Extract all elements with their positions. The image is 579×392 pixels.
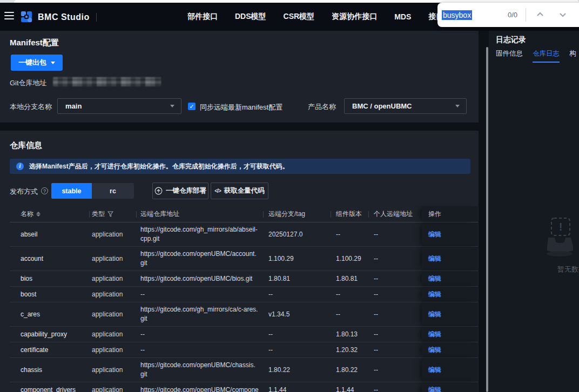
table-cell: https://gitcode.com/openUBMC/bios.git (136, 271, 263, 286)
repo-info-title: 仓库信息 (10, 140, 42, 151)
app-window: BMC Studio 部件接口DDS模型CSR模型资源协作接口MDS接口 bus… (0, 0, 579, 392)
table-cell: 20250127.0 (263, 222, 331, 246)
table-cell: 1.80.81 (263, 271, 331, 286)
branch-select[interactable]: main (57, 98, 181, 114)
table-cell: -- (368, 222, 422, 246)
vertical-scrollbar[interactable] (486, 47, 488, 392)
table-cell: bios (10, 271, 89, 286)
nav-item-3[interactable]: 资源协作接口 (332, 12, 377, 22)
find-next-icon[interactable] (558, 10, 567, 19)
column-header-version: 组件版本 (331, 206, 368, 222)
table-cell: application (89, 247, 136, 271)
table-cell: application (89, 358, 136, 382)
tab-firmware-info[interactable]: 固件信息 (496, 49, 523, 63)
table-header-row: 名称 类型 远端仓库地址 远端分支/tag 组件版本 个人远端地址 操作 (10, 206, 478, 222)
table-cell-actions: 编辑 (422, 358, 478, 382)
deploy-button-label: 一键仓库部署 (166, 186, 206, 195)
release-option-rc[interactable]: rc (92, 183, 134, 199)
hamburger-menu-icon[interactable] (4, 12, 15, 21)
sort-icon[interactable] (36, 212, 41, 217)
nav-item-4[interactable]: MDS (394, 12, 411, 21)
table-cell: -- (136, 342, 263, 357)
repo-info-card: 仓库信息 i 选择Manifest产品后，才可进行仓库初始化操作。仓库完成初始化… (0, 131, 479, 392)
edit-link[interactable]: 编辑 (428, 290, 441, 299)
table-cell-actions: 编辑 (422, 327, 478, 342)
table-cell: 1.80.22 (331, 358, 368, 382)
table-cell: https://gitcode.com/gh_mirrors/ca/c-ares… (136, 302, 263, 326)
table-cell: capability_proxy (10, 327, 89, 342)
table-cell: -- (368, 342, 422, 357)
table-cell: https://gitcode.com/gh_mirrors/ab/abseil… (136, 222, 263, 246)
edit-link[interactable]: 编辑 (428, 366, 441, 375)
table-cell: 1.100.29 (331, 247, 368, 271)
one-click-deploy-button[interactable]: 一键仓库部署 (152, 183, 208, 199)
edit-link[interactable]: 编辑 (428, 346, 441, 355)
table-cell: https://gitcode.com/openUBMC/chassis.git (136, 358, 263, 382)
find-match-count: 0/0 (508, 11, 517, 19)
repo-table: 名称 类型 远端仓库地址 远端分支/tag 组件版本 个人远端地址 操作 abs… (10, 206, 478, 392)
table-cell: 1.80.81 (331, 271, 368, 286)
table-cell: 1.100.29 (263, 247, 331, 271)
branch-select-value: main (65, 102, 82, 110)
log-tabs: 固件信息 仓库日志 构 (496, 49, 576, 63)
release-option-stable[interactable]: stable (51, 183, 92, 199)
edit-link[interactable]: 编辑 (428, 254, 441, 263)
no-data-icon: ! (543, 217, 576, 260)
edit-link[interactable]: 编辑 (428, 274, 441, 283)
find-query-input[interactable]: busybox (442, 10, 472, 20)
edit-link[interactable]: 编辑 (428, 310, 441, 319)
edit-link[interactable]: 编辑 (428, 230, 441, 239)
column-header-name[interactable]: 名称 (10, 206, 89, 222)
table-cell: boost (10, 287, 89, 302)
table-cell: -- (331, 302, 368, 326)
product-select[interactable]: BMC / openUBMC (344, 98, 467, 114)
product-name-label: 产品名称 (308, 102, 336, 112)
table-cell: application (89, 382, 136, 392)
table-row: boostapplication--------编辑 (10, 287, 478, 302)
table-cell: chassis (10, 358, 89, 382)
table-cell-actions: 编辑 (422, 271, 478, 286)
find-previous-icon[interactable] (536, 10, 544, 19)
sync-manifest-checkbox[interactable]: ✓ (188, 103, 196, 110)
sync-manifest-label: 同步远端最新manifest配置 (200, 103, 282, 112)
info-banner-text: 选择Manifest产品后，才可进行仓库初始化操作。仓库完成初始化操作后，才可获… (29, 162, 289, 171)
table-row: biosapplicationhttps://gitcode.com/openU… (10, 271, 478, 287)
table-cell: c_ares (10, 302, 89, 326)
table-row: c_aresapplicationhttps://gitcode.com/gh_… (10, 302, 478, 327)
table-cell: -- (368, 302, 422, 326)
table-cell: account (10, 247, 89, 271)
tab-build-log[interactable]: 构 (569, 49, 576, 63)
table-cell-actions: 编辑 (422, 302, 478, 326)
get-full-code-button[interactable]: </> 获取全量代码 (211, 183, 268, 199)
log-panel-title: 日志记录 (496, 35, 526, 45)
table-row: certificateapplication----1.20.32--编辑 (10, 342, 478, 358)
one-click-package-button[interactable]: 一键出包 (11, 55, 63, 71)
nav-item-2[interactable]: CSR模型 (284, 12, 315, 22)
table-cell: 1.80.22 (263, 358, 331, 382)
help-icon[interactable]: ? (41, 187, 48, 194)
nav-item-0[interactable]: 部件接口 (187, 12, 218, 22)
info-icon: i (16, 163, 24, 170)
bmc-studio-logo-icon (21, 11, 32, 23)
table-cell: -- (263, 342, 331, 357)
table-cell: application (89, 342, 136, 357)
tab-repo-log[interactable]: 仓库日志 (533, 49, 560, 63)
table-cell: -- (331, 287, 368, 302)
table-cell: application (89, 302, 136, 326)
log-panel: 日志记录 固件信息 仓库日志 构 ! 暂无数据 (489, 31, 579, 392)
app-title: BMC Studio (38, 12, 90, 22)
column-header-remote-url: 远端仓库地址 (136, 206, 263, 222)
table-cell: https://gitcode.com/openUBMC/account.git (136, 247, 263, 271)
svg-text:!: ! (559, 221, 563, 233)
code-icon: </> (214, 188, 220, 194)
find-in-page-bar[interactable]: busybox 0/0 (437, 3, 579, 27)
filter-icon[interactable] (107, 211, 113, 217)
edit-link[interactable]: 编辑 (428, 386, 441, 392)
nav-item-1[interactable]: DDS模型 (235, 12, 266, 22)
table-cell-actions: 编辑 (422, 342, 478, 357)
column-header-type[interactable]: 类型 (89, 206, 136, 222)
column-header-branch-tag: 远端分支/tag (263, 206, 331, 222)
edit-link[interactable]: 编辑 (428, 330, 441, 339)
table-row: chassisapplicationhttps://gitcode.com/op… (10, 358, 478, 382)
find-divider (526, 8, 526, 22)
